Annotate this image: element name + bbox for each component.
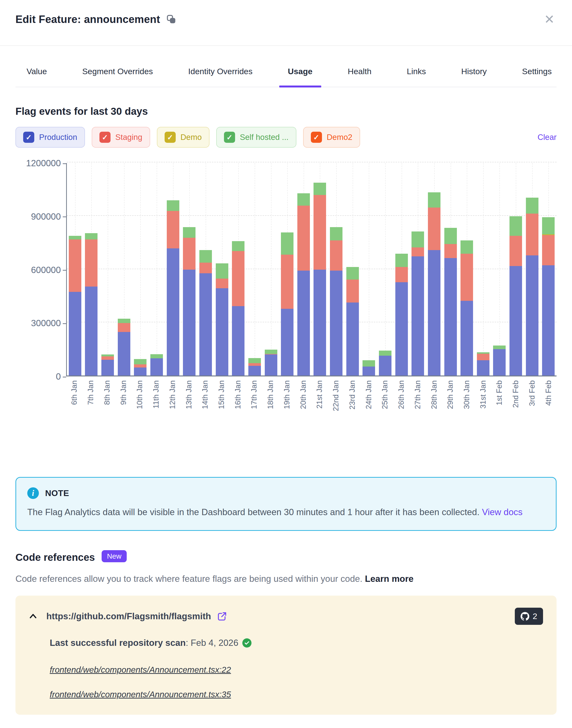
bar-segment-staging: [346, 280, 359, 303]
bar-stack: [330, 227, 343, 375]
legend-label: Demo2: [327, 133, 352, 142]
x-tick-label: 29th Jan: [442, 380, 458, 441]
view-docs-link[interactable]: View docs: [482, 507, 522, 517]
tab-identity-overrides[interactable]: Identity Overrides: [188, 67, 253, 87]
bar-segment-staging: [118, 323, 130, 332]
x-tick-label: 25th Jan: [377, 380, 393, 441]
chart-column: [524, 163, 541, 375]
note-body: The Flag Analytics data will be visible …: [27, 505, 545, 519]
flag-events-heading: Flag events for last 30 days: [15, 106, 557, 117]
bar-segment-staging: [460, 254, 473, 301]
close-icon[interactable]: ✕: [542, 13, 557, 25]
bar-segment-staging: [509, 236, 522, 266]
y-tick-label: 1200000: [26, 159, 61, 168]
bar-segment-production: [297, 270, 310, 375]
bar-segment-production: [346, 303, 359, 375]
collapse-repo-button[interactable]: [27, 612, 39, 620]
bar-stack: [526, 198, 539, 375]
chart-column: [246, 163, 263, 375]
external-link-icon[interactable]: [217, 611, 227, 622]
chart-column: [361, 163, 377, 375]
bar-segment-production: [428, 250, 440, 375]
legend-toggle-staging[interactable]: ✓Staging: [92, 127, 150, 147]
code-references-section: Code references New Code references allo…: [0, 552, 572, 728]
chart-column: [214, 163, 230, 375]
chart-column: [67, 163, 83, 375]
bar-stack: [216, 263, 228, 375]
code-reference-file-link[interactable]: frontend/web/components/Announcement.tsx…: [50, 665, 231, 675]
bar-segment-production: [509, 266, 522, 375]
tab-links[interactable]: Links: [407, 67, 426, 87]
legend-toggle-production[interactable]: ✓Production: [15, 127, 85, 147]
code-reference-file-link[interactable]: frontend/web/components/Announcement.tsx…: [50, 689, 231, 699]
repo-url-link[interactable]: https://github.com/Flagsmith/flagsmith: [46, 611, 211, 621]
copy-icon[interactable]: [166, 14, 176, 24]
bar-segment-self-hosted: [460, 240, 473, 254]
clear-button[interactable]: Clear: [538, 133, 557, 142]
bar-segment-staging: [428, 207, 440, 250]
x-tick-label: 21st Jan: [311, 380, 328, 441]
tab-history[interactable]: History: [461, 67, 487, 87]
bar-segment-staging: [297, 205, 310, 270]
bar-stack: [297, 193, 310, 375]
modal-header: Edit Feature: announcement ✕: [0, 0, 572, 46]
chart-column: [344, 163, 361, 375]
chart-column: [83, 163, 100, 375]
bar-segment-production: [199, 273, 212, 375]
bar-stack: [542, 217, 555, 375]
bar-segment-self-hosted: [362, 360, 375, 367]
chart-column: [458, 163, 475, 375]
tab-segment-overrides[interactable]: Segment Overrides: [82, 67, 153, 87]
y-tick-label: 300000: [31, 319, 61, 328]
bar-segment-self-hosted: [526, 198, 539, 214]
legend-toggle-demo2[interactable]: ✓Demo2: [303, 127, 360, 147]
bar-segment-staging: [542, 235, 555, 265]
tab-settings[interactable]: Settings: [522, 67, 552, 87]
bar-segment-self-hosted: [85, 233, 97, 239]
bar-stack: [134, 359, 146, 375]
checkbox-checked-icon: ✓: [165, 132, 176, 143]
bar-segment-production: [167, 248, 179, 375]
x-tick-label: 2nd Feb: [508, 380, 524, 441]
chart-column: [377, 163, 394, 375]
bar-segment-production: [69, 292, 81, 375]
legend-label: Staging: [115, 133, 142, 142]
tab-health[interactable]: Health: [348, 67, 371, 87]
legend-toggle-self-hosted[interactable]: ✓Self hosted ...: [216, 127, 296, 147]
bar-stack: [167, 200, 179, 375]
bar-segment-self-hosted: [412, 232, 424, 247]
github-count-badge[interactable]: 2: [515, 608, 543, 625]
bar-segment-staging: [281, 255, 293, 309]
chart-column: [230, 163, 246, 375]
bar-segment-production: [313, 269, 326, 375]
edit-feature-modal: Edit Feature: announcement ✕ ValueSegmen…: [0, 0, 572, 728]
bar-stack: [509, 216, 522, 375]
chart-column: [394, 163, 410, 375]
scan-label: Last successful repository scan: [50, 638, 186, 648]
learn-more-link[interactable]: Learn more: [365, 574, 414, 584]
code-references-description: Code references allow you to track where…: [15, 574, 557, 584]
legend-toggle-demo[interactable]: ✓Demo: [157, 127, 210, 147]
check-circle-icon: [242, 639, 252, 648]
bar-segment-staging: [101, 356, 114, 360]
bar-segment-staging: [313, 195, 326, 269]
bar-segment-self-hosted: [167, 200, 179, 211]
bar-segment-production: [265, 355, 277, 375]
tab-usage[interactable]: Usage: [288, 67, 312, 87]
bar-segment-production: [493, 349, 506, 375]
bar-segment-self-hosted: [428, 192, 440, 207]
note-text: The Flag Analytics data will be visible …: [27, 507, 480, 517]
x-tick-label: 4th Feb: [540, 380, 557, 441]
bar-segment-staging: [526, 214, 539, 255]
bar-stack: [281, 232, 293, 375]
chart-column: [116, 163, 132, 375]
bar-segment-self-hosted: [281, 232, 293, 255]
bar-segment-production: [477, 360, 490, 375]
bar-segment-self-hosted: [183, 227, 196, 238]
bar-segment-production: [232, 306, 244, 375]
bar-segment-staging: [69, 239, 81, 292]
bar-segment-self-hosted: [150, 354, 163, 359]
checkbox-checked-icon: ✓: [23, 132, 34, 143]
bar-stack: [395, 254, 408, 375]
tab-value[interactable]: Value: [26, 67, 47, 87]
